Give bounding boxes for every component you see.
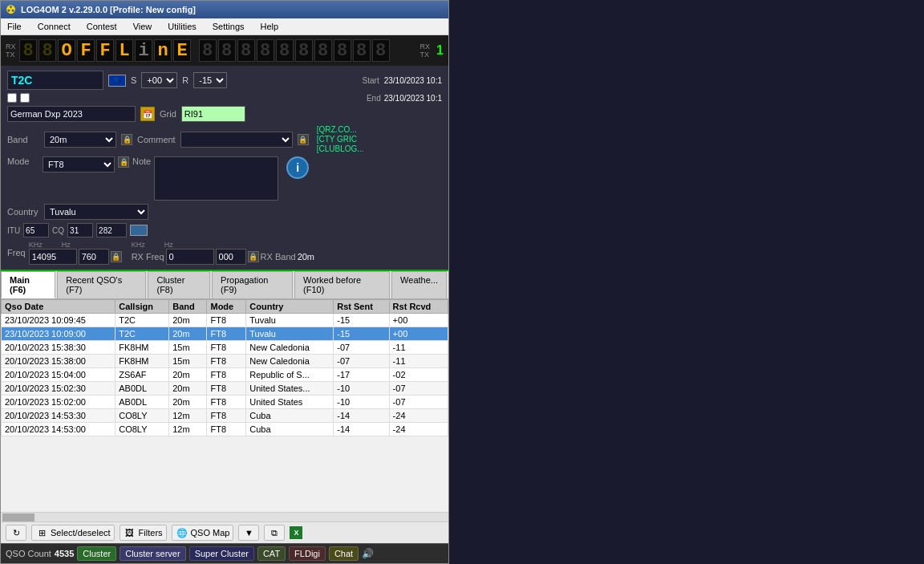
table-row[interactable]: 20/10/2023 15:02:30AB0DL20mFT8United Sta…	[2, 382, 448, 396]
khz-label-2: KHz	[132, 241, 145, 249]
table-row[interactable]: 20/10/2023 15:02:00AB0DL20mFT8United Sta…	[2, 396, 448, 409]
menu-bar: File Connect Contest View Utilities Sett…	[1, 18, 448, 35]
freq-hz-input[interactable]	[79, 249, 109, 265]
r-select[interactable]: -15	[193, 72, 227, 88]
band-lock-icon[interactable]: 🔒	[121, 134, 132, 145]
col-country[interactable]: Country	[246, 300, 334, 314]
comment-lock-icon[interactable]: 🔒	[298, 134, 309, 145]
chat-button[interactable]: Chat	[329, 546, 359, 561]
excel-button[interactable]: X	[290, 526, 302, 539]
tab-cluster[interactable]: Cluster (F8)	[148, 271, 210, 298]
tab-main[interactable]: Main (F6)	[1, 271, 55, 298]
menu-settings[interactable]: Settings	[209, 20, 248, 33]
cluster-server-button[interactable]: Cluster server	[120, 546, 185, 561]
row-freq: Freq KHz Hz 🔒	[7, 241, 442, 265]
contest-input[interactable]	[7, 106, 136, 122]
cluster-button[interactable]: Cluster	[77, 546, 116, 561]
tx-label: TX	[6, 51, 16, 59]
col-callsign[interactable]: Callsign	[116, 300, 169, 314]
seg-L: L	[116, 39, 133, 62]
table-row[interactable]: 20/10/2023 14:53:30CO8LY12mFT8Cuba-14-24	[2, 409, 448, 423]
itu-input[interactable]	[23, 223, 49, 237]
mode-lock-icon[interactable]: 🔒	[118, 156, 129, 168]
copy-button[interactable]: ⧉	[264, 525, 285, 541]
bottom-toolbar: ↻ ⊞ Select/deselect 🖼 Filters 🌐 QSO Map …	[1, 521, 448, 543]
col-date[interactable]: Qso Date	[2, 300, 116, 314]
menu-help[interactable]: Help	[257, 20, 282, 33]
qso-map-button[interactable]: 🌐 QSO Map	[172, 525, 234, 541]
rx-band-value: 20m	[298, 252, 314, 262]
horizontal-scrollbar[interactable]	[1, 512, 448, 521]
band-select[interactable]: 20m	[44, 132, 116, 148]
table-row[interactable]: 23/10/2023 10:09:45T2C20mFT8Tuvalu-15+00	[2, 314, 448, 327]
tab-propagation[interactable]: Propagation (F9)	[212, 271, 293, 298]
select-icon: ⊞	[35, 526, 48, 539]
dropdown-button[interactable]: ▼	[238, 525, 259, 541]
khz-label-1: KHz	[29, 241, 43, 249]
note-label: Note	[132, 156, 151, 166]
table-row[interactable]: 20/10/2023 14:53:00CO8LY12mFT8Cuba-14-24	[2, 423, 448, 436]
col-rst-sent[interactable]: Rst Sent	[334, 300, 389, 314]
refresh-button[interactable]: ↻	[6, 525, 26, 541]
table-row[interactable]: 20/10/2023 15:38:30FK8HM15mFT8New Caledo…	[2, 341, 448, 355]
qso-table-container[interactable]: Qso Date Callsign Band Mode Country Rst …	[1, 299, 448, 512]
mode-select[interactable]: FT8	[43, 156, 115, 172]
freq-khz-input[interactable]	[29, 249, 77, 265]
itu-label: ITU	[7, 226, 20, 235]
callsign-input[interactable]	[7, 71, 103, 90]
table-row[interactable]: 20/10/2023 15:04:00ZS6AF20mFT8Republic o…	[2, 368, 448, 382]
table-row[interactable]: 23/10/2023 10:09:00T2C20mFT8Tuvalu-15+00	[2, 327, 448, 341]
hz-label-2: Hz	[164, 241, 173, 249]
radio-display: RX TX 8 8 O F F L i n E 8 8 8 8 8 8 8 8 …	[1, 35, 448, 66]
menu-utilities[interactable]: Utilities	[164, 20, 199, 33]
row-callsign: 🇪🇺 S +00 R -15 Start 23/10/2023 10:1	[7, 71, 442, 90]
end-value: 23/10/2023 10:1	[384, 94, 442, 103]
dxcc-input[interactable]	[96, 223, 127, 237]
freq-8-9: 8	[353, 39, 371, 62]
s-select[interactable]: +00	[141, 72, 177, 88]
table-row[interactable]: 20/10/2023 15:38:00FK8HM15mFT8New Caledo…	[2, 355, 448, 368]
tab-worked-before[interactable]: Worked before (F10)	[294, 271, 390, 298]
freq-8-10: 8	[372, 39, 390, 62]
menu-file[interactable]: File	[4, 20, 25, 33]
country-select[interactable]: Tuvalu	[44, 204, 148, 220]
freq-8-6: 8	[295, 39, 313, 62]
checkbox-1[interactable]	[7, 93, 17, 103]
r-label: R	[182, 75, 188, 85]
freq-lock-icon[interactable]: 🔒	[111, 251, 122, 262]
filters-button[interactable]: 🖼 Filters	[120, 525, 167, 541]
scroll-thumb[interactable]	[2, 513, 34, 521]
menu-contest[interactable]: Contest	[83, 20, 120, 33]
cat-button[interactable]: CAT	[257, 546, 286, 561]
rx-freq-khz-input[interactable]	[166, 249, 214, 265]
col-mode[interactable]: Mode	[207, 300, 246, 314]
rx-freq-hz-input[interactable]	[216, 249, 246, 265]
freq-display-area: 8 8 8 8 8 8 8 8 8 8	[199, 39, 417, 62]
speaker-icon[interactable]: 🔊	[362, 548, 374, 559]
col-band[interactable]: Band	[169, 300, 207, 314]
checkbox-2[interactable]	[20, 93, 30, 103]
col-rst-rcvd[interactable]: Rst Rcvd	[389, 300, 448, 314]
calendar-button[interactable]: 📅	[140, 107, 155, 121]
note-textarea[interactable]	[154, 156, 278, 201]
grid-input[interactable]	[181, 106, 245, 122]
row-country: Country Tuvalu	[7, 204, 442, 220]
info-button[interactable]: i	[286, 156, 309, 179]
menu-connect[interactable]: Connect	[34, 20, 74, 33]
clublog-link[interactable]: [CLUBLOG...	[317, 144, 364, 153]
tab-recent[interactable]: Recent QSO's (F7)	[57, 271, 146, 298]
super-cluster-button[interactable]: Super Cluster	[189, 546, 254, 561]
fldigi-button[interactable]: FLDigi	[289, 546, 326, 561]
qrz-link[interactable]: [QRZ.CO...	[317, 125, 364, 134]
cq-input[interactable]	[67, 223, 93, 237]
end-label: End	[367, 94, 381, 103]
rx-tx-left: RX TX	[6, 43, 16, 59]
comment-select[interactable]	[180, 132, 293, 148]
menu-view[interactable]: View	[130, 20, 156, 33]
cty-link[interactable]: [CTY GRIC	[317, 135, 364, 144]
select-deselect-button[interactable]: ⊞ Select/deselect	[31, 525, 115, 541]
tab-weather[interactable]: Weathe...	[391, 271, 447, 298]
rx-freq-lock-icon[interactable]: 🔒	[248, 251, 259, 262]
freq-8-5: 8	[276, 39, 294, 62]
s-label: S	[131, 75, 136, 85]
